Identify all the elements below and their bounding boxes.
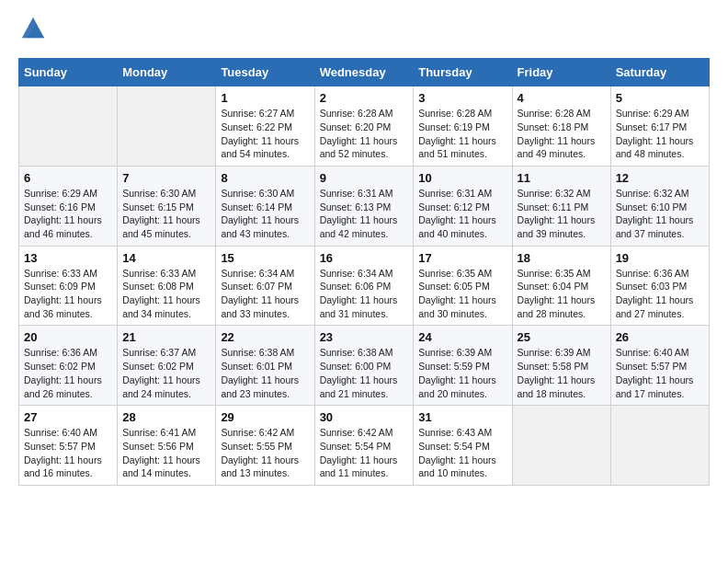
day-info: Sunrise: 6:31 AM Sunset: 6:13 PM Dayligh… — [320, 187, 409, 241]
day-info: Sunrise: 6:32 AM Sunset: 6:11 PM Dayligh… — [518, 187, 606, 241]
day-number: 12 — [616, 171, 704, 185]
day-info: Sunrise: 6:39 AM Sunset: 5:58 PM Dayligh… — [518, 346, 606, 400]
day-info: Sunrise: 6:34 AM Sunset: 6:06 PM Dayligh… — [320, 267, 409, 321]
day-cell: 20Sunrise: 6:36 AM Sunset: 6:02 PM Dayli… — [19, 326, 118, 406]
day-info: Sunrise: 6:27 AM Sunset: 6:22 PM Dayligh… — [221, 107, 309, 161]
logo-text — [18, 18, 46, 49]
day-info: Sunrise: 6:35 AM Sunset: 6:04 PM Dayligh… — [518, 267, 606, 321]
day-cell: 7Sunrise: 6:30 AM Sunset: 6:15 PM Daylig… — [118, 166, 216, 246]
logo-icon — [20, 15, 46, 40]
day-cell: 31Sunrise: 6:43 AM Sunset: 5:54 PM Dayli… — [414, 406, 512, 486]
day-number: 18 — [518, 251, 606, 265]
day-header-sunday: Sunday — [19, 59, 118, 86]
day-number: 10 — [418, 171, 506, 185]
day-info: Sunrise: 6:28 AM Sunset: 6:20 PM Dayligh… — [320, 107, 409, 161]
day-cell: 15Sunrise: 6:34 AM Sunset: 6:07 PM Dayli… — [216, 246, 314, 326]
day-info: Sunrise: 6:43 AM Sunset: 5:54 PM Dayligh… — [418, 426, 506, 480]
day-info: Sunrise: 6:30 AM Sunset: 6:14 PM Dayligh… — [221, 187, 309, 241]
day-cell: 16Sunrise: 6:34 AM Sunset: 6:06 PM Dayli… — [314, 246, 414, 326]
day-cell — [512, 406, 610, 486]
day-cell: 13Sunrise: 6:33 AM Sunset: 6:09 PM Dayli… — [19, 246, 118, 326]
day-number: 23 — [320, 330, 409, 344]
day-number: 15 — [221, 251, 309, 265]
day-cell: 12Sunrise: 6:32 AM Sunset: 6:10 PM Dayli… — [610, 166, 709, 246]
day-cell: 18Sunrise: 6:35 AM Sunset: 6:04 PM Dayli… — [512, 246, 610, 326]
day-cell: 27Sunrise: 6:40 AM Sunset: 5:57 PM Dayli… — [19, 406, 118, 486]
day-cell: 26Sunrise: 6:40 AM Sunset: 5:57 PM Dayli… — [610, 326, 709, 406]
day-header-thursday: Thursday — [414, 59, 512, 86]
day-cell: 19Sunrise: 6:36 AM Sunset: 6:03 PM Dayli… — [610, 246, 709, 326]
day-cell: 10Sunrise: 6:31 AM Sunset: 6:12 PM Dayli… — [414, 166, 512, 246]
calendar-table: SundayMondayTuesdayWednesdayThursdayFrid… — [18, 58, 710, 486]
day-number: 28 — [122, 410, 210, 424]
week-row-1: 1Sunrise: 6:27 AM Sunset: 6:22 PM Daylig… — [19, 86, 710, 167]
day-info: Sunrise: 6:33 AM Sunset: 6:09 PM Dayligh… — [24, 267, 112, 321]
day-info: Sunrise: 6:28 AM Sunset: 6:18 PM Dayligh… — [518, 107, 606, 161]
day-cell: 22Sunrise: 6:38 AM Sunset: 6:01 PM Dayli… — [216, 326, 314, 406]
day-number: 20 — [24, 330, 112, 344]
day-info: Sunrise: 6:40 AM Sunset: 5:57 PM Dayligh… — [24, 426, 112, 480]
day-number: 21 — [122, 330, 210, 344]
day-info: Sunrise: 6:38 AM Sunset: 6:00 PM Dayligh… — [320, 346, 409, 400]
day-header-saturday: Saturday — [610, 59, 709, 86]
logo — [18, 18, 46, 43]
day-info: Sunrise: 6:36 AM Sunset: 6:02 PM Dayligh… — [24, 346, 112, 400]
day-cell: 17Sunrise: 6:35 AM Sunset: 6:05 PM Dayli… — [414, 246, 512, 326]
day-info: Sunrise: 6:39 AM Sunset: 5:59 PM Dayligh… — [418, 346, 506, 400]
day-cell — [610, 406, 709, 486]
day-cell — [118, 86, 216, 167]
day-info: Sunrise: 6:28 AM Sunset: 6:19 PM Dayligh… — [418, 107, 506, 161]
day-cell: 5Sunrise: 6:29 AM Sunset: 6:17 PM Daylig… — [610, 86, 709, 167]
day-cell: 24Sunrise: 6:39 AM Sunset: 5:59 PM Dayli… — [414, 326, 512, 406]
day-info: Sunrise: 6:42 AM Sunset: 5:54 PM Dayligh… — [320, 426, 409, 480]
day-cell: 3Sunrise: 6:28 AM Sunset: 6:19 PM Daylig… — [414, 86, 512, 167]
day-number: 14 — [122, 251, 210, 265]
day-number: 7 — [122, 171, 210, 185]
day-header-wednesday: Wednesday — [314, 59, 414, 86]
day-cell: 1Sunrise: 6:27 AM Sunset: 6:22 PM Daylig… — [216, 86, 314, 167]
day-number: 26 — [616, 330, 704, 344]
week-row-3: 13Sunrise: 6:33 AM Sunset: 6:09 PM Dayli… — [19, 246, 710, 326]
day-number: 8 — [221, 171, 309, 185]
day-number: 1 — [221, 91, 309, 105]
day-info: Sunrise: 6:38 AM Sunset: 6:01 PM Dayligh… — [221, 346, 309, 400]
day-number: 27 — [24, 410, 112, 424]
day-number: 30 — [320, 410, 409, 424]
day-number: 19 — [616, 251, 704, 265]
day-info: Sunrise: 6:32 AM Sunset: 6:10 PM Dayligh… — [616, 187, 704, 241]
day-cell: 4Sunrise: 6:28 AM Sunset: 6:18 PM Daylig… — [512, 86, 610, 167]
day-cell: 21Sunrise: 6:37 AM Sunset: 6:02 PM Dayli… — [118, 326, 216, 406]
day-cell: 6Sunrise: 6:29 AM Sunset: 6:16 PM Daylig… — [19, 166, 118, 246]
day-info: Sunrise: 6:35 AM Sunset: 6:05 PM Dayligh… — [418, 267, 506, 321]
day-number: 4 — [518, 91, 606, 105]
day-cell: 28Sunrise: 6:41 AM Sunset: 5:56 PM Dayli… — [118, 406, 216, 486]
day-cell: 30Sunrise: 6:42 AM Sunset: 5:54 PM Dayli… — [314, 406, 414, 486]
day-cell: 29Sunrise: 6:42 AM Sunset: 5:55 PM Dayli… — [216, 406, 314, 486]
day-cell: 14Sunrise: 6:33 AM Sunset: 6:08 PM Dayli… — [118, 246, 216, 326]
day-info: Sunrise: 6:29 AM Sunset: 6:16 PM Dayligh… — [24, 187, 112, 241]
week-row-2: 6Sunrise: 6:29 AM Sunset: 6:16 PM Daylig… — [19, 166, 710, 246]
day-number: 25 — [518, 330, 606, 344]
day-cell: 25Sunrise: 6:39 AM Sunset: 5:58 PM Dayli… — [512, 326, 610, 406]
day-cell: 11Sunrise: 6:32 AM Sunset: 6:11 PM Dayli… — [512, 166, 610, 246]
day-cell: 8Sunrise: 6:30 AM Sunset: 6:14 PM Daylig… — [216, 166, 314, 246]
day-header-monday: Monday — [118, 59, 216, 86]
day-info: Sunrise: 6:34 AM Sunset: 6:07 PM Dayligh… — [221, 267, 309, 321]
day-number: 29 — [221, 410, 309, 424]
week-row-4: 20Sunrise: 6:36 AM Sunset: 6:02 PM Dayli… — [19, 326, 710, 406]
day-cell: 23Sunrise: 6:38 AM Sunset: 6:00 PM Dayli… — [314, 326, 414, 406]
day-number: 17 — [418, 251, 506, 265]
header — [18, 18, 710, 43]
day-number: 22 — [221, 330, 309, 344]
day-header-tuesday: Tuesday — [216, 59, 314, 86]
day-info: Sunrise: 6:41 AM Sunset: 5:56 PM Dayligh… — [122, 426, 210, 480]
day-number: 5 — [616, 91, 704, 105]
day-number: 31 — [418, 410, 506, 424]
day-number: 2 — [320, 91, 409, 105]
day-cell: 2Sunrise: 6:28 AM Sunset: 6:20 PM Daylig… — [314, 86, 414, 167]
day-info: Sunrise: 6:31 AM Sunset: 6:12 PM Dayligh… — [418, 187, 506, 241]
day-number: 11 — [518, 171, 606, 185]
day-info: Sunrise: 6:29 AM Sunset: 6:17 PM Dayligh… — [616, 107, 704, 161]
day-number: 13 — [24, 251, 112, 265]
day-info: Sunrise: 6:37 AM Sunset: 6:02 PM Dayligh… — [122, 346, 210, 400]
